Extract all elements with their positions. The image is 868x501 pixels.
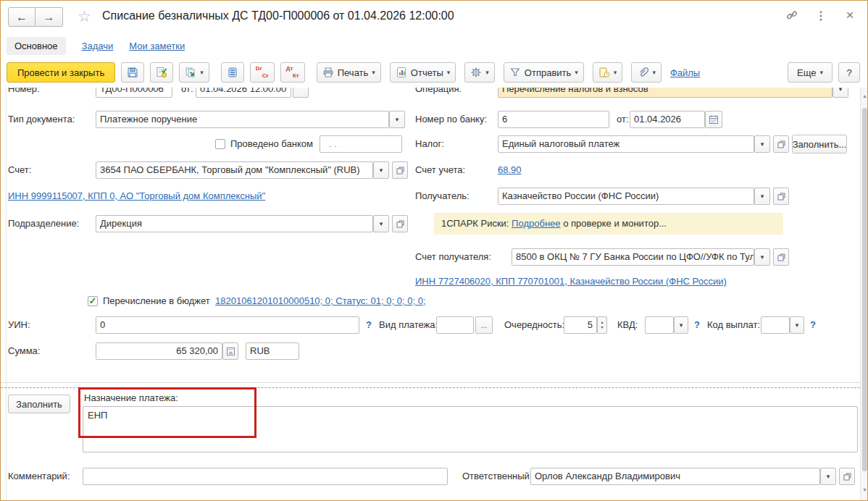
payer-info-link[interactable]: ИНН 9999115007, КПП 0, АО "Торговый дом … [8, 188, 265, 205]
payee-account-dropdown-button[interactable]: ▾ [754, 248, 770, 266]
kvd-field[interactable] [645, 316, 674, 334]
document-datetime-field[interactable]: 01.04.2026 12:00:00 [196, 88, 291, 98]
doc-type-dropdown-button[interactable]: ▾ [389, 111, 405, 128]
account-field[interactable]: 3654 ПАО СБЕРБАНК, Торговый дом "Комплек… [96, 161, 373, 179]
payee-open-button[interactable] [773, 188, 789, 205]
priority-field[interactable]: 5 [564, 316, 597, 334]
doc-type-field[interactable]: Платежное поручение [96, 111, 389, 128]
kvd-help-icon[interactable]: ? [694, 316, 700, 334]
print-button[interactable]: Печать▾ [317, 62, 381, 83]
drcr-button[interactable]: DrCr [250, 62, 275, 83]
operation-field[interactable]: Перечисление налогов и взносов [498, 88, 832, 98]
scroll-down-icon[interactable]: ▼ [861, 487, 868, 492]
uin-help-icon[interactable]: ? [366, 316, 372, 334]
amount-field[interactable]: 65 320,00 [96, 342, 222, 360]
save-button[interactable] [121, 62, 144, 83]
vertical-scrollbar[interactable]: ▲ ▼ [860, 88, 868, 501]
attachments-button[interactable]: ▾ [631, 62, 662, 83]
accounting-account-label: Счет учета: [415, 161, 465, 179]
favorite-star-icon[interactable]: ☆ [78, 8, 91, 25]
spark-details-link[interactable]: Подробнее [512, 218, 560, 229]
operation-dropdown-button[interactable]: ▾ [832, 88, 848, 98]
payout-code-label: Код выплат: [707, 316, 760, 334]
payout-code-field[interactable] [761, 316, 790, 334]
spin-down-icon: ▾ [601, 325, 603, 330]
calendar-button[interactable] [705, 111, 722, 128]
nav-tabs: Основное Задачи Мои заметки [1, 34, 867, 57]
payee-dropdown-button[interactable]: ▾ [754, 188, 770, 205]
payee-info-link[interactable]: ИНН 7727406020, КПП 770701001, Казначейс… [415, 273, 727, 290]
forward-button[interactable]: → [36, 7, 63, 27]
payee-field[interactable]: Казначейство России (ФНС России) [498, 188, 754, 205]
spark-risks-banner: 1СПАРК Риски: Подробнее о проверке и мон… [434, 213, 783, 235]
accounting-account-link[interactable]: 68.90 [498, 161, 522, 179]
send-button[interactable]: Отправить▾ [504, 62, 584, 83]
payee-label: Получатель: [415, 188, 470, 205]
doc-type-label: Тип документа: [8, 111, 75, 128]
more-menu-icon[interactable]: ⋮ [814, 8, 828, 22]
payout-code-help-icon[interactable]: ? [810, 316, 816, 334]
payee-account-field[interactable]: 8500 в ОКЦ № 7 ГУ Банка России по ЦФО//У… [512, 248, 754, 266]
tax-field[interactable]: Единый налоговый платеж [498, 135, 754, 153]
responsible-field[interactable]: Орлов Александр Владимирович [530, 468, 820, 485]
budget-transfer-checkbox[interactable]: ✓ [88, 296, 98, 306]
create-based-on-button[interactable]: ▾ [179, 62, 209, 83]
fill-purpose-button[interactable]: Заполнить [8, 395, 70, 413]
files-link[interactable]: Файлы [670, 67, 700, 78]
tab-tasks[interactable]: Задачи [82, 41, 114, 51]
open-icon [777, 253, 786, 262]
posted-by-bank-date-field[interactable]: . . [320, 135, 402, 153]
schedule-document-button[interactable]: ▾ [593, 62, 623, 83]
uin-field[interactable]: 0 [96, 316, 359, 334]
reports-button[interactable]: Отчеты▾ [390, 62, 456, 83]
bank-date-field[interactable]: 01.04.2026 [630, 111, 705, 128]
number-field[interactable]: ТД00-П000006 [96, 88, 172, 98]
help-button[interactable]: ? [838, 62, 860, 83]
scroll-up-icon[interactable]: ▲ [861, 93, 868, 98]
datetime-extra-button[interactable] [293, 88, 309, 98]
responsible-open-button[interactable] [839, 468, 855, 485]
settings-button[interactable]: ▾ [464, 62, 495, 83]
calculator-button[interactable] [222, 342, 238, 360]
account-open-button[interactable] [392, 161, 408, 179]
department-label: Подразделение: [8, 215, 79, 232]
department-open-button[interactable] [392, 215, 408, 232]
chevron-down-icon: ▾ [372, 69, 375, 76]
close-icon[interactable]: × [843, 8, 857, 22]
account-label: Счет: [8, 161, 31, 179]
save-icon [127, 67, 138, 78]
account-dropdown-button[interactable]: ▾ [373, 161, 389, 179]
payment-kind-field[interactable] [436, 316, 474, 334]
more-button[interactable]: Еще▾ [788, 62, 832, 83]
kvd-dropdown-button[interactable]: ▾ [674, 316, 688, 334]
chevron-down-icon: ▾ [200, 69, 204, 76]
get-link-icon[interactable] [785, 8, 799, 22]
payee-account-open-button[interactable] [773, 248, 789, 266]
post-and-close-button[interactable]: Провести и закрыть [7, 62, 115, 83]
priority-spinner[interactable]: ▴ ▾ [597, 316, 607, 334]
comment-field[interactable] [83, 468, 448, 485]
budget-details-link[interactable]: 18201061201010000510; 0; Статус: 01; 0; … [215, 292, 425, 310]
tax-open-button[interactable] [773, 135, 789, 153]
post-document-icon [156, 67, 167, 78]
posted-by-bank-checkbox[interactable] [215, 139, 225, 149]
bank-number-field[interactable]: 6 [498, 111, 609, 128]
payout-code-dropdown-button[interactable]: ▾ [790, 316, 804, 334]
tab-main[interactable]: Основное [7, 37, 66, 55]
open-icon [396, 166, 405, 175]
dtkt-button[interactable]: ДтКт [280, 62, 305, 83]
department-dropdown-button[interactable]: ▾ [373, 215, 389, 232]
back-button[interactable]: ← [8, 7, 36, 27]
fill-tax-button[interactable]: Заполнить... [792, 135, 847, 153]
post-button[interactable] [150, 62, 173, 83]
tax-dropdown-button[interactable]: ▾ [754, 135, 770, 153]
registers-button[interactable] [221, 62, 244, 83]
responsible-dropdown-button[interactable]: ▾ [820, 468, 836, 485]
tab-my-notes[interactable]: Мои заметки [129, 41, 185, 51]
spin-up-icon: ▴ [601, 320, 603, 325]
dt-kt-icon: ДтКт [286, 66, 299, 79]
payment-kind-select-button[interactable]: ... [475, 316, 493, 334]
department-field[interactable]: Дирекция [96, 215, 373, 232]
chevron-down-icon: ▾ [819, 69, 823, 76]
scrollbar-thumb[interactable] [862, 108, 867, 471]
